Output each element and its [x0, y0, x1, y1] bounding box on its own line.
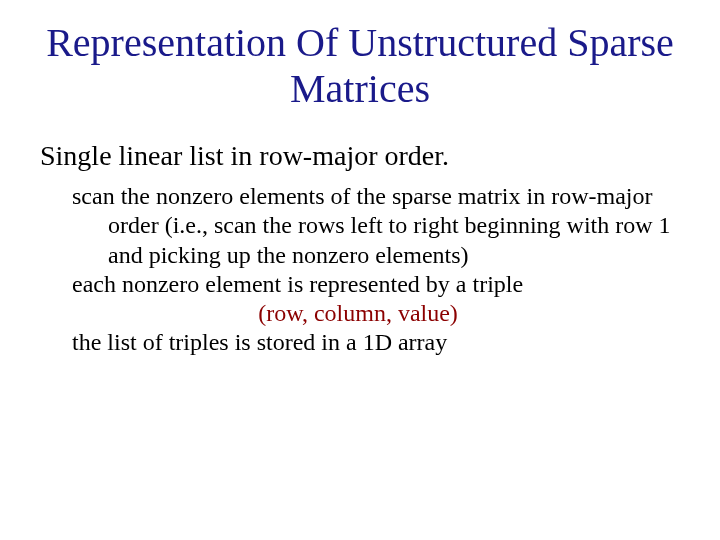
- slide-title: Representation Of Unstructured Sparse Ma…: [40, 20, 680, 112]
- body-paragraph-3: the list of triples is stored in a 1D ar…: [72, 328, 680, 357]
- triple-notation: (row, column, value): [36, 299, 680, 328]
- slide-heading: Single linear list in row-major order.: [40, 140, 680, 172]
- body-paragraph-2: each nonzero element is represented by a…: [72, 270, 680, 299]
- body-paragraph-1: scan the nonzero elements of the sparse …: [72, 182, 680, 270]
- slide-body: scan the nonzero elements of the sparse …: [40, 182, 680, 358]
